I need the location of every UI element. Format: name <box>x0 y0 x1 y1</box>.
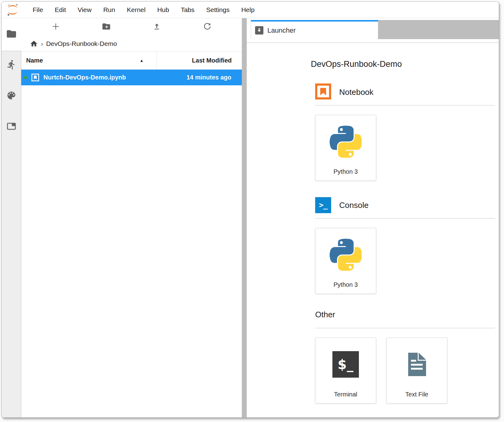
jupyterlab-window: File Edit View Run Kernel Hub Tabs Setti… <box>1 1 499 418</box>
breadcrumb: › DevOps-Runbook-Demo <box>21 36 242 51</box>
menu-edit[interactable]: Edit <box>49 6 72 14</box>
section-divider <box>315 328 495 328</box>
refresh-button[interactable] <box>200 20 214 34</box>
dock-panel: Launcher DevOps-Runbook-Demo Notebook <box>247 18 499 417</box>
menu-view[interactable]: View <box>72 6 97 14</box>
kernel-running-dot <box>24 76 27 79</box>
section-divider <box>315 218 495 219</box>
breadcrumb-separator: › <box>41 40 43 47</box>
section-label-other: Other <box>315 310 335 319</box>
menu-help[interactable]: Help <box>235 6 260 14</box>
menu-run[interactable]: Run <box>97 6 121 14</box>
sort-ascending-icon: ▲ <box>140 58 144 63</box>
sidebar-tab-open-tabs[interactable] <box>4 117 19 137</box>
launcher-card-terminal[interactable]: $_ Terminal <box>315 338 376 404</box>
launcher-body: DevOps-Runbook-Demo Notebook <box>247 43 499 417</box>
tab-launcher[interactable]: Launcher <box>251 20 378 39</box>
file-row-selected[interactable]: Nurtch-DevOps-Demo.ipynb 14 minutes ago <box>21 70 242 85</box>
sidebar-tab-file-browser[interactable] <box>2 18 21 51</box>
new-folder-icon <box>102 22 111 32</box>
new-launcher-button[interactable] <box>49 20 63 34</box>
left-activity-bar <box>2 18 21 417</box>
notebook-icon <box>315 83 331 101</box>
column-header-name[interactable]: Name ▲ <box>21 52 157 69</box>
launcher-card-text-file[interactable]: Text File <box>386 338 447 404</box>
palette-icon <box>6 90 17 102</box>
file-browser-toolbar <box>21 18 242 36</box>
python-icon <box>330 115 362 168</box>
tabs-icon <box>6 121 17 133</box>
launcher-card-notebook-python3[interactable]: Python 3 <box>315 115 376 181</box>
upload-icon <box>152 22 161 32</box>
terminal-icon: $_ <box>332 351 359 378</box>
upload-button[interactable] <box>150 20 164 34</box>
section-divider <box>315 105 495 106</box>
jupyter-logo-icon <box>5 3 20 17</box>
menu-hub[interactable]: Hub <box>151 6 175 14</box>
panel-splitter[interactable] <box>242 18 247 417</box>
card-label: Python 3 <box>334 168 358 181</box>
tab-launcher-label: Launcher <box>267 26 296 34</box>
plus-icon <box>51 22 60 32</box>
section-label-console: Console <box>339 201 368 210</box>
launcher-section-console: >_ Console Python 3 <box>315 197 495 294</box>
menu-file[interactable]: File <box>27 6 49 14</box>
section-label-notebook: Notebook <box>339 87 373 97</box>
console-icon: >_ <box>315 197 331 213</box>
activity-bar-body <box>2 51 21 417</box>
notebook-file-icon <box>31 73 39 82</box>
file-browser-panel: › DevOps-Runbook-Demo Name ▲ Last Modifi… <box>21 18 242 417</box>
tab-bar-empty-area <box>378 20 499 39</box>
folder-icon <box>6 28 17 41</box>
file-name: Nurtch-DevOps-Demo.ipynb <box>43 74 186 81</box>
menu-settings[interactable]: Settings <box>200 6 235 14</box>
refresh-icon <box>203 22 212 32</box>
breadcrumb-current-folder[interactable]: DevOps-Runbook-Demo <box>46 40 117 47</box>
new-folder-button[interactable] <box>99 20 113 34</box>
menu-bar: File Edit View Run Kernel Hub Tabs Setti… <box>2 2 499 18</box>
card-label: Text File <box>405 391 428 403</box>
launcher-title: DevOps-Runbook-Demo <box>311 59 495 69</box>
home-icon[interactable] <box>30 40 38 48</box>
launcher-card-console-python3[interactable]: Python 3 <box>315 228 376 294</box>
python-icon <box>330 228 362 281</box>
file-last-modified: 14 minutes ago <box>186 74 242 81</box>
text-file-icon <box>404 338 429 391</box>
dock-tab-bar: Launcher <box>247 18 499 43</box>
launcher-rocket-icon <box>255 26 263 34</box>
menu-kernel[interactable]: Kernel <box>121 6 152 14</box>
column-header-last-modified[interactable]: Last Modified <box>157 52 242 69</box>
main-area: › DevOps-Runbook-Demo Name ▲ Last Modifi… <box>2 18 499 417</box>
card-label: Python 3 <box>334 281 358 294</box>
launcher-section-other: Other $_ Terminal <box>315 310 495 404</box>
sidebar-tab-running-sessions[interactable] <box>4 55 19 75</box>
running-man-icon <box>6 59 17 71</box>
listing-header: Name ▲ Last Modified <box>21 51 242 70</box>
sidebar-tab-command-palette[interactable] <box>4 86 19 106</box>
menu-tabs[interactable]: Tabs <box>175 6 200 14</box>
card-label: Terminal <box>334 391 357 403</box>
last-modified-column-label: Last Modified <box>192 57 232 64</box>
name-column-label: Name <box>26 57 43 64</box>
launcher-section-notebook: Notebook Python 3 <box>315 84 495 181</box>
